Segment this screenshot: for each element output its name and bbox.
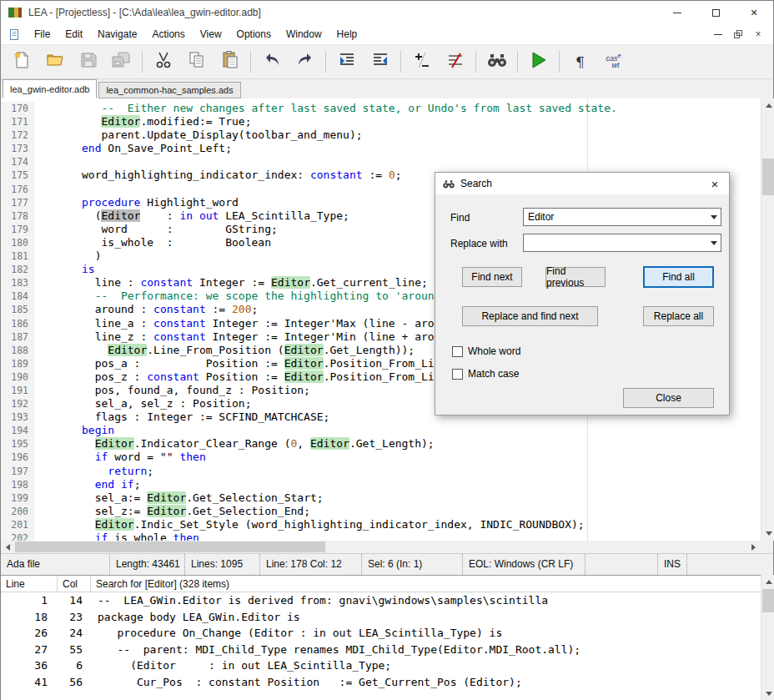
code-line[interactable]: 194begin	[1, 424, 761, 437]
result-row[interactable]: 114-- LEA_GWin.Editor is derived from: g…	[1, 592, 761, 609]
result-row[interactable]: 366 (Editor : in out LEA_Scintilla_Type;	[1, 657, 761, 674]
chevron-down-icon[interactable]	[706, 234, 721, 251]
results-scroll-down-button[interactable]	[761, 687, 774, 700]
result-text: package body LEA_GWin.Editor is	[88, 609, 300, 626]
run-button[interactable]	[523, 48, 554, 76]
scroll-down-button[interactable]	[761, 526, 774, 541]
scroll-right-button[interactable]	[746, 541, 761, 553]
replace-all-button[interactable]: Replace all	[643, 306, 714, 326]
window-title: LEA - [Projectless] - [C:\Ada\lea\lea_gw…	[28, 7, 261, 18]
editor-tab-1[interactable]: lea_common-hac_samples.ads	[98, 82, 240, 98]
result-row[interactable]: 2755 -- parent: MDI_Child_Type renames M…	[1, 642, 761, 658]
find-all-button[interactable]: Find all	[643, 266, 714, 288]
vertical-scroll-thumb[interactable]	[762, 159, 774, 195]
arrow-left-icon	[6, 544, 10, 551]
menu-item-actions[interactable]: Actions	[144, 24, 192, 44]
line-number: 192	[1, 397, 34, 410]
code-line[interactable]: 170 -- Either new changes after last sav…	[1, 102, 761, 115]
save-button[interactable]	[73, 48, 103, 76]
close-dialog-button[interactable]: Close	[623, 388, 714, 408]
search-dialog-title-bar[interactable]: Search ×	[435, 173, 729, 194]
close-button[interactable]: ×	[735, 1, 773, 24]
search-options: Whole wordMatch case	[452, 345, 520, 390]
editor-vertical-scrollbar[interactable]	[761, 98, 774, 541]
find-icon	[486, 50, 508, 73]
chevron-down-icon[interactable]	[706, 209, 721, 225]
results-vertical-scrollbar[interactable]	[761, 575, 774, 700]
line-number: 174	[1, 155, 34, 169]
code-line[interactable]: 202 if is_whole then	[1, 531, 761, 541]
code-line[interactable]: 171 Editor.modified:= True;	[1, 115, 761, 128]
horizontal-scroll-thumb[interactable]	[15, 541, 325, 552]
code-line[interactable]: 198 end if;	[1, 478, 761, 491]
menu-item-file[interactable]: File	[27, 24, 58, 44]
code-line[interactable]: 196 if word = "" then	[1, 451, 761, 464]
open-folder-button[interactable]	[39, 48, 70, 76]
line-number: 178	[1, 209, 34, 223]
result-row[interactable]: 2624 procedure On_Change (Editor : in ou…	[1, 625, 761, 642]
find-combobox[interactable]: Editor	[523, 208, 721, 226]
strikeout-button[interactable]	[440, 48, 470, 76]
save-all-button[interactable]	[106, 48, 137, 76]
code-line[interactable]: 197 return;	[1, 465, 761, 478]
menu-item-view[interactable]: View	[193, 24, 229, 44]
menu-item-edit[interactable]: Edit	[58, 24, 90, 44]
copy-button[interactable]	[181, 48, 212, 76]
result-text: Cur_Pos : constant Position := Get_Curre…	[88, 674, 522, 691]
code-line[interactable]: 195 Editor.Indicator_Clear_Range (0, Edi…	[1, 437, 761, 451]
case-tool-button[interactable]: casewt	[598, 48, 629, 76]
undo-button[interactable]	[256, 48, 287, 76]
menu-item-navigate[interactable]: Navigate	[90, 24, 144, 44]
mdi-close-button[interactable]: ×	[750, 27, 766, 42]
replace-combobox[interactable]	[523, 234, 721, 252]
match-case-checkbox[interactable]: Match case	[452, 368, 520, 380]
find-next-button[interactable]: Find next	[462, 267, 522, 287]
checkbox-box[interactable]	[452, 346, 463, 357]
code-text	[34, 155, 82, 169]
mdi-minimize-button[interactable]	[710, 27, 726, 42]
cut-button[interactable]	[148, 48, 178, 76]
result-row[interactable]: 4156 Cur_Pos : constant Position := Get_…	[1, 674, 761, 691]
results-scroll-thumb[interactable]	[762, 589, 774, 612]
find-previous-button[interactable]: Find previous	[545, 267, 606, 287]
unindent-button[interactable]	[364, 48, 395, 76]
editor-tab-0[interactable]: lea_gwin-editor.adb	[3, 79, 97, 98]
arrow-down-icon	[766, 692, 772, 696]
save-all-icon	[111, 50, 133, 73]
code-line[interactable]: 200 sel_z:= Editor.Get_Selection_End;	[1, 505, 761, 518]
mdi-controls: ×	[710, 27, 773, 42]
mdi-restore-button[interactable]	[730, 27, 746, 42]
results-scroll-up-button[interactable]	[761, 575, 774, 589]
minimize-button[interactable]	[658, 1, 696, 24]
result-text: procedure On_Change (Editor : in out LEA…	[88, 625, 502, 642]
maximize-button[interactable]	[696, 1, 735, 24]
find-button[interactable]	[481, 48, 512, 76]
result-col: 23	[51, 609, 88, 626]
result-row[interactable]: 1823package body LEA_GWin.Editor is	[1, 609, 761, 626]
replace-and-find-next-button[interactable]: Replace and find next	[462, 306, 598, 326]
code-line[interactable]: 199 sel_a:= Editor.Get_Selection_Start;	[1, 491, 761, 505]
line-number: 176	[1, 183, 34, 196]
comment-toggle-button[interactable]	[406, 48, 437, 76]
code-line[interactable]: 201 Editor.Indic_Set_Style (word_highlig…	[1, 518, 761, 531]
formatting-marks-button[interactable]: ¶	[565, 48, 596, 76]
binoculars-icon	[442, 178, 455, 190]
editor-horizontal-scrollbar[interactable]	[1, 541, 761, 553]
scroll-up-button[interactable]	[761, 98, 774, 113]
menu-item-window[interactable]: Window	[279, 24, 329, 44]
new-file-button[interactable]	[6, 48, 37, 76]
scroll-left-button[interactable]	[1, 541, 15, 553]
redo-button[interactable]	[289, 48, 320, 76]
code-line[interactable]: 174	[1, 155, 761, 169]
line-number: 177	[1, 196, 34, 209]
menu-item-options[interactable]: Options	[229, 24, 279, 44]
code-line[interactable]: 172 parent.Update_Display(toolbar_and_me…	[1, 128, 761, 142]
menu-item-help[interactable]: Help	[329, 24, 365, 44]
search-dialog-close-button[interactable]: ×	[701, 173, 729, 194]
code-line[interactable]: 173end On_Save_Point_Left;	[1, 142, 761, 155]
whole-word-checkbox[interactable]: Whole word	[452, 345, 520, 357]
checkbox-box[interactable]	[452, 369, 463, 380]
paste-button[interactable]	[214, 48, 245, 76]
indent-button[interactable]	[331, 48, 362, 76]
document-icon[interactable]	[8, 28, 21, 41]
